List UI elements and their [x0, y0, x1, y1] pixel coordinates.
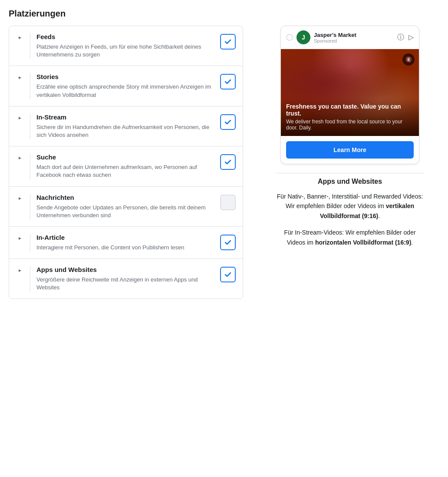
item-content-suche: Suche Mach dort auf dein Unternehmen auf…: [36, 153, 216, 179]
item-content-apps-websites: Apps und Websites Vergrößere deine Reich…: [36, 266, 216, 292]
checkbox-area-nachrichten: [220, 195, 236, 210]
svg-marker-1: [19, 76, 21, 79]
placement-item-apps-websites: Apps und Websites Vergrößere deine Reich…: [9, 259, 243, 298]
separator-apps-websites: [30, 266, 30, 292]
info-icon: ⓘ: [397, 33, 404, 42]
chevron-btn-suche[interactable]: [16, 154, 24, 162]
svg-marker-6: [19, 269, 21, 272]
separator-feeds: [30, 33, 30, 59]
placement-item-in-article: In-Article Interagiere mit Personen, die…: [9, 227, 243, 259]
item-title-stories: Stories: [36, 73, 216, 80]
checkbox-in-article[interactable]: [220, 235, 236, 250]
mute-button[interactable]: 🔇: [402, 53, 415, 66]
chevron-btn-in-stream[interactable]: [16, 114, 24, 123]
checkbox-area-feeds: [220, 34, 236, 50]
svg-marker-2: [19, 117, 21, 119]
item-title-feeds: Feeds: [36, 33, 216, 40]
item-desc-in-article: Interagiere mit Personen, die Content vo…: [36, 244, 216, 252]
play-icon: ▷: [408, 33, 414, 42]
checkbox-nachrichten[interactable]: [220, 195, 236, 210]
checkbox-feeds[interactable]: [220, 34, 236, 50]
item-content-feeds: Feeds Platziere Anzeigen in Feeds, um fü…: [36, 33, 216, 59]
sponsored-label: Sponsored: [314, 38, 356, 43]
profile-info: Jasper's Market Sponsored: [314, 32, 356, 43]
separator-suche: [30, 153, 30, 179]
checkbox-area-in-stream: [220, 114, 236, 130]
item-title-suche: Suche: [36, 153, 216, 161]
checkbox-apps-websites[interactable]: [220, 267, 236, 282]
chevron-btn-nachrichten[interactable]: [16, 195, 24, 203]
item-title-nachrichten: Nachrichten: [36, 194, 216, 201]
svg-marker-0: [19, 36, 21, 39]
info-title: Apps und Websites: [276, 178, 424, 186]
learn-more-button[interactable]: Learn More: [286, 141, 414, 159]
checkbox-area-stories: [220, 74, 236, 89]
info-paragraph-1: Für Nativ-, Banner-, Interstitial- und R…: [276, 192, 424, 221]
chevron-btn-apps-websites[interactable]: [16, 267, 24, 275]
item-desc-in-stream: Sichere dir im Handumdrehen die Aufmerks…: [36, 123, 216, 139]
item-content-nachrichten: Nachrichten Sende Angebote oder Updates …: [36, 194, 216, 219]
item-content-in-stream: In-Stream Sichere dir im Handumdrehen di…: [36, 113, 216, 139]
ad-title: Freshness you can taste. Value you can t…: [286, 103, 414, 117]
svg-marker-4: [19, 197, 21, 200]
right-panel: J Jasper's Market Sponsored ⓘ ▷ 🔇 Freshn…: [260, 26, 439, 254]
chevron-btn-feeds[interactable]: [16, 34, 24, 42]
placements-panel: Feeds Platziere Anzeigen in Feeds, um fü…: [9, 26, 243, 299]
loading-spinner: [286, 34, 293, 41]
separator-nachrichten: [30, 194, 30, 219]
item-desc-apps-websites: Vergrößere deine Reichweite mit Anzeigen…: [36, 276, 216, 292]
info-p2-bold: horizontalen Vollbildformat (16:9): [315, 239, 411, 246]
placement-item-suche: Suche Mach dort auf dein Unternehmen auf…: [9, 146, 243, 186]
item-desc-feeds: Platziere Anzeigen in Feeds, um für eine…: [36, 43, 216, 59]
item-title-in-article: In-Article: [36, 234, 216, 241]
header-icons: ⓘ ▷: [397, 33, 414, 42]
checkbox-area-in-article: [220, 235, 236, 250]
checkbox-in-stream[interactable]: [220, 114, 236, 130]
info-p1-suffix: .: [378, 212, 380, 219]
page-title: Platzierungen: [9, 9, 439, 19]
checkbox-suche[interactable]: [220, 154, 236, 170]
ad-image: 🔇 Freshness you can taste. Value you can…: [281, 49, 419, 136]
item-content-stories: Stories Erzähle eine optisch ansprechend…: [36, 73, 216, 99]
checkbox-area-suche: [220, 154, 236, 170]
placement-item-in-stream: In-Stream Sichere dir im Handumdrehen di…: [9, 106, 243, 146]
info-paragraph-2: Für In-Stream-Videos: Wir empfehlen Bild…: [276, 228, 424, 247]
placement-list: Feeds Platziere Anzeigen in Feeds, um fü…: [9, 26, 243, 299]
checkbox-area-apps-websites: [220, 267, 236, 282]
chevron-btn-stories[interactable]: [16, 74, 24, 82]
info-p2-suffix: .: [411, 239, 413, 246]
ad-header: J Jasper's Market Sponsored ⓘ ▷: [281, 26, 419, 49]
chevron-btn-in-article[interactable]: [16, 235, 24, 243]
ad-caption: Freshness you can taste. Value you can t…: [281, 99, 419, 136]
item-title-in-stream: In-Stream: [36, 113, 216, 121]
item-content-in-article: In-Article Interagiere mit Personen, die…: [36, 234, 216, 252]
item-desc-nachrichten: Sende Angebote oder Updates an Personen,…: [36, 204, 216, 219]
phone-preview: J Jasper's Market Sponsored ⓘ ▷ 🔇 Freshn…: [280, 26, 419, 164]
separator-in-article: [30, 234, 30, 252]
item-title-apps-websites: Apps und Websites: [36, 266, 216, 273]
info-section: Apps und Websites Für Nativ-, Banner-, I…: [276, 173, 424, 254]
placement-item-stories: Stories Erzähle eine optisch ansprechend…: [9, 66, 243, 106]
svg-marker-3: [19, 157, 21, 159]
profile-section: J Jasper's Market Sponsored: [296, 30, 394, 44]
placement-item-nachrichten: Nachrichten Sende Angebote oder Updates …: [9, 187, 243, 227]
separator-in-stream: [30, 113, 30, 139]
checkbox-stories[interactable]: [220, 74, 236, 89]
ad-subtitle: We deliver fresh food from the local sou…: [286, 119, 414, 131]
profile-name: Jasper's Market: [314, 32, 356, 38]
item-desc-suche: Mach dort auf dein Unternehmen aufmerksa…: [36, 163, 216, 179]
avatar: J: [296, 30, 310, 44]
placement-item-feeds: Feeds Platziere Anzeigen in Feeds, um fü…: [9, 26, 243, 66]
separator-stories: [30, 73, 30, 99]
svg-marker-5: [19, 237, 21, 240]
item-desc-stories: Erzähle eine optisch ansprechende Story …: [36, 83, 216, 99]
